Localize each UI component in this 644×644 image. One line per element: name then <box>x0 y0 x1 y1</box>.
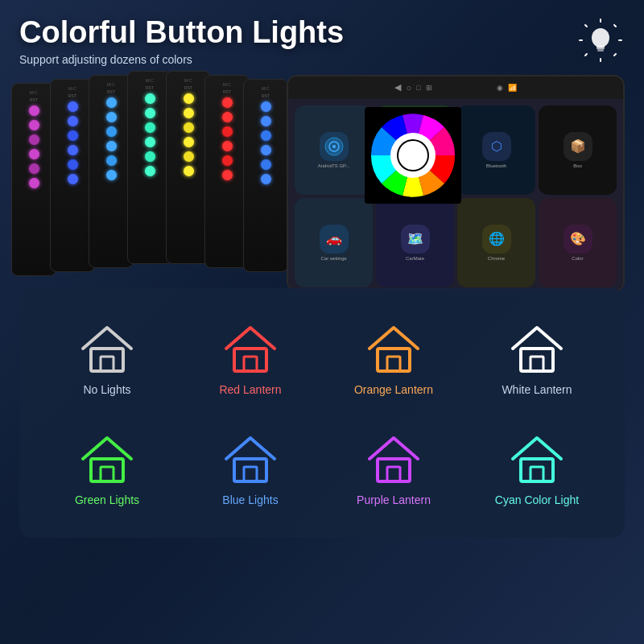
header: Colorful Button Lights Support adjusting… <box>19 16 625 66</box>
device-top-bar: ◀ ○ □ ⊞ ◉ 📶 <box>288 76 623 99</box>
svg-rect-37 <box>378 459 410 481</box>
svg-line-4 <box>585 25 587 27</box>
svg-line-6 <box>585 54 587 56</box>
purple-lantern-label: Purple Lantern <box>357 493 431 506</box>
app-icon-car-settings[interactable]: 🚗 Car settings <box>295 198 373 287</box>
home-circle-icon: ○ <box>406 83 411 93</box>
svg-point-13 <box>332 145 336 148</box>
svg-rect-29 <box>378 349 410 371</box>
chrome-label: Chrome <box>488 256 505 261</box>
light-item-white-lantern[interactable]: White Lantern <box>465 304 609 415</box>
carmate-label: CarMate <box>406 256 424 261</box>
page-subtitle: Support adjusting dozens of colors <box>19 53 344 66</box>
green-lights-house-icon <box>79 433 135 485</box>
menu-icon: ⊞ <box>426 84 432 92</box>
lights-section: No Lights Red Lantern Orange Lantern <box>19 288 625 538</box>
strip-device-7: MIC RST <box>243 79 288 272</box>
app-icon-color[interactable]: 🎨 Color <box>539 198 617 287</box>
color-label: Color <box>572 256 583 261</box>
svg-rect-35 <box>234 459 266 481</box>
light-item-purple-lantern[interactable]: Purple Lantern <box>322 415 465 525</box>
androits-label: AndroiTS GP... <box>318 163 350 168</box>
header-left: Colorful Button Lights Support adjusting… <box>19 16 344 66</box>
location-icon: ◉ <box>497 84 503 92</box>
device-screen: AndroiTS GP... APK insta... ⬡ Bluetooth <box>288 99 623 292</box>
cyan-light-label: Cyan Color Light <box>495 493 579 506</box>
color-wheel <box>369 111 457 200</box>
right-status-icons: ◉ 📶 <box>497 84 517 92</box>
bluetooth-label: Bluetooth <box>486 163 506 168</box>
orange-lantern-house-icon <box>365 323 422 375</box>
app-icon-chrome[interactable]: 🌐 Chrome <box>457 198 535 287</box>
svg-rect-10 <box>597 49 604 52</box>
svg-rect-28 <box>244 357 257 371</box>
color-wheel-overlay <box>365 107 461 204</box>
white-lantern-label: White Lantern <box>502 383 572 396</box>
light-item-no-lights[interactable]: No Lights <box>35 304 179 415</box>
svg-rect-26 <box>101 357 114 371</box>
light-item-red-lantern[interactable]: Red Lantern <box>179 304 322 415</box>
svg-line-5 <box>614 25 616 27</box>
app-icon-boo[interactable]: 📦 Boo <box>539 105 617 195</box>
wifi-icon: 📶 <box>508 84 517 92</box>
cyan-light-house-icon <box>509 433 565 485</box>
square-icon: □ <box>416 84 420 92</box>
red-lantern-label: Red Lantern <box>219 383 281 396</box>
green-lights-label: Green Lights <box>75 493 139 506</box>
svg-rect-40 <box>530 467 543 481</box>
light-item-blue-lights[interactable]: Blue Lights <box>179 415 322 525</box>
left-nav-icons: ◀ ○ □ ⊞ <box>394 82 431 93</box>
svg-rect-27 <box>234 349 266 371</box>
no-lights-label: No Lights <box>83 383 130 396</box>
back-icon: ◀ <box>394 82 401 93</box>
svg-rect-34 <box>101 467 114 481</box>
svg-rect-9 <box>597 46 605 49</box>
main-container: Colorful Button Lights Support adjusting… <box>0 0 644 644</box>
car-settings-label: Car settings <box>320 256 346 261</box>
device-section: MIC RST MIC RST MI <box>19 71 625 296</box>
svg-point-24 <box>398 141 427 170</box>
lights-grid: No Lights Red Lantern Orange Lantern <box>35 304 609 525</box>
svg-point-8 <box>592 28 609 47</box>
svg-rect-32 <box>530 357 543 371</box>
red-lantern-house-icon <box>222 323 279 375</box>
svg-rect-39 <box>521 459 553 481</box>
white-lantern-house-icon <box>509 323 565 375</box>
purple-lantern-house-icon <box>365 433 422 485</box>
bulb-icon <box>576 16 625 64</box>
device-strips: MIC RST MIC RST MI <box>11 71 309 288</box>
app-icon-androits[interactable]: AndroiTS GP... <box>295 105 373 195</box>
light-item-orange-lantern[interactable]: Orange Lantern <box>322 304 465 415</box>
blue-lights-house-icon <box>222 433 279 485</box>
no-lights-house-icon <box>79 323 135 375</box>
svg-line-7 <box>614 54 616 56</box>
svg-rect-38 <box>387 467 400 481</box>
svg-rect-36 <box>244 467 257 481</box>
orange-lantern-label: Orange Lantern <box>354 383 433 396</box>
svg-rect-30 <box>387 357 400 371</box>
app-icon-carmate[interactable]: 🗺️ CarMate <box>376 198 454 287</box>
svg-rect-25 <box>91 349 123 371</box>
light-item-green-lights[interactable]: Green Lights <box>35 415 179 525</box>
main-device: ◀ ○ □ ⊞ ◉ 📶 AndroiTS GP... <box>287 75 625 292</box>
boo-label: Boo <box>573 163 582 168</box>
blue-lights-label: Blue Lights <box>222 493 278 506</box>
page-title: Colorful Button Lights <box>19 16 344 50</box>
app-icon-bluetooth[interactable]: ⬡ Bluetooth <box>457 105 535 195</box>
svg-rect-31 <box>521 349 553 371</box>
light-item-cyan-light[interactable]: Cyan Color Light <box>465 415 609 525</box>
svg-rect-33 <box>91 459 123 481</box>
